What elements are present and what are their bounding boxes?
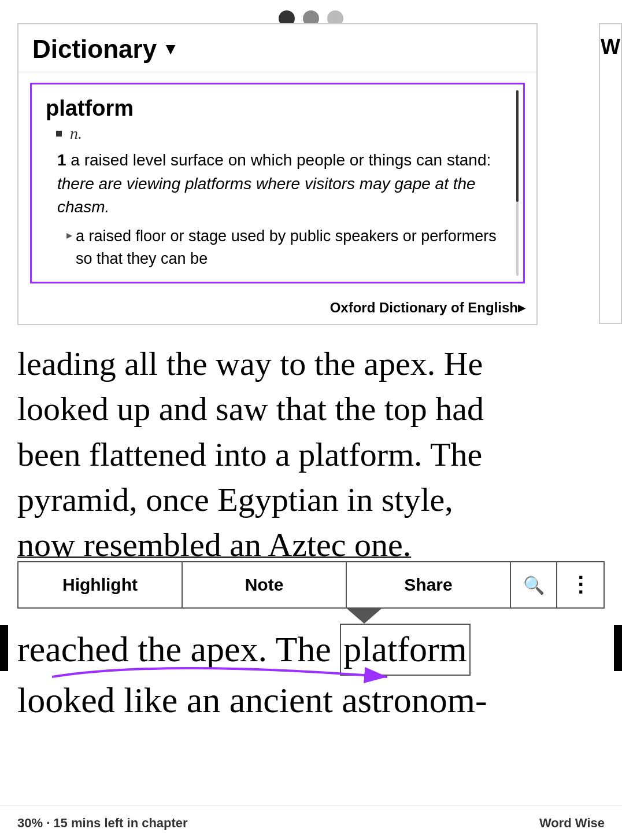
book-line-2: looked up and saw that the top had — [17, 390, 484, 428]
search-icon: 🔍 — [523, 575, 545, 595]
dictionary-popup: Dictionary ▼ platform n. 1 a raised leve… — [17, 23, 538, 325]
search-button[interactable]: 🔍 — [511, 562, 557, 607]
dict-sub-bullet-icon: ▸ — [66, 227, 72, 270]
book-line-3: been flattened into a platform. The — [17, 436, 482, 473]
dict-pos-bullet-icon — [56, 131, 62, 137]
book-line-1: leading all the way to the apex. He — [17, 345, 483, 382]
note-button[interactable]: Note — [183, 562, 347, 607]
dict-pos: n. — [56, 124, 506, 143]
more-icon: ⋮ — [570, 573, 591, 597]
dict-def-example: there are viewing platforms where visito… — [57, 175, 476, 216]
dict-scrollbar-thumb — [516, 90, 519, 202]
toolbar-tooltip — [347, 609, 382, 624]
purple-arrow-annotation — [46, 654, 405, 700]
book-text-upper: leading all the way to the apex. He look… — [17, 341, 605, 568]
dict-def-text: a raised level surface on which people o… — [71, 151, 491, 169]
status-bar: 30% · 15 mins left in chapter Word Wise — [0, 805, 622, 840]
book-line-4: pyramid, once Egyptian in style, — [17, 481, 453, 518]
dict-source-text: Oxford Dictionary of English — [330, 300, 518, 315]
text-action-toolbar: Highlight Note Share 🔍 ⋮ — [17, 561, 605, 609]
dictionary-content-box: platform n. 1 a raised level surface on … — [30, 83, 525, 283]
dict-word: platform — [46, 96, 506, 121]
dict-sub-definition: ▸ a raised floor or stage used by public… — [66, 225, 506, 270]
more-button[interactable]: ⋮ — [557, 562, 604, 607]
dict-pos-label: n. — [70, 124, 82, 143]
dict-definition-1: 1 a raised level surface on which people… — [57, 149, 506, 219]
dict-source-line[interactable]: Oxford Dictionary of English▸ — [18, 294, 536, 324]
dict-source-arrow-icon: ▸ — [518, 300, 525, 315]
status-progress: 30% · 15 mins left in chapter — [17, 816, 188, 831]
dict-scrollbar[interactable] — [516, 90, 519, 276]
status-word-wise: Word Wise — [539, 816, 605, 831]
book-line-5: now resembled an Aztec one. — [17, 526, 411, 563]
dictionary-header: Dictionary ▼ — [18, 24, 536, 72]
dict-sub-def-text: a raised floor or stage used by public s… — [76, 225, 506, 270]
dict-def-num: 1 — [57, 151, 66, 169]
share-button[interactable]: Share — [347, 562, 511, 607]
main-reading-area: Dictionary ▼ platform n. 1 a raised leve… — [0, 0, 622, 840]
dictionary-dropdown-arrow[interactable]: ▼ — [162, 40, 179, 58]
right-panel-label: W — [601, 35, 620, 59]
dictionary-title: Dictionary — [32, 35, 157, 64]
highlight-button[interactable]: Highlight — [18, 562, 183, 607]
right-panel-edge: W — [599, 23, 622, 324]
